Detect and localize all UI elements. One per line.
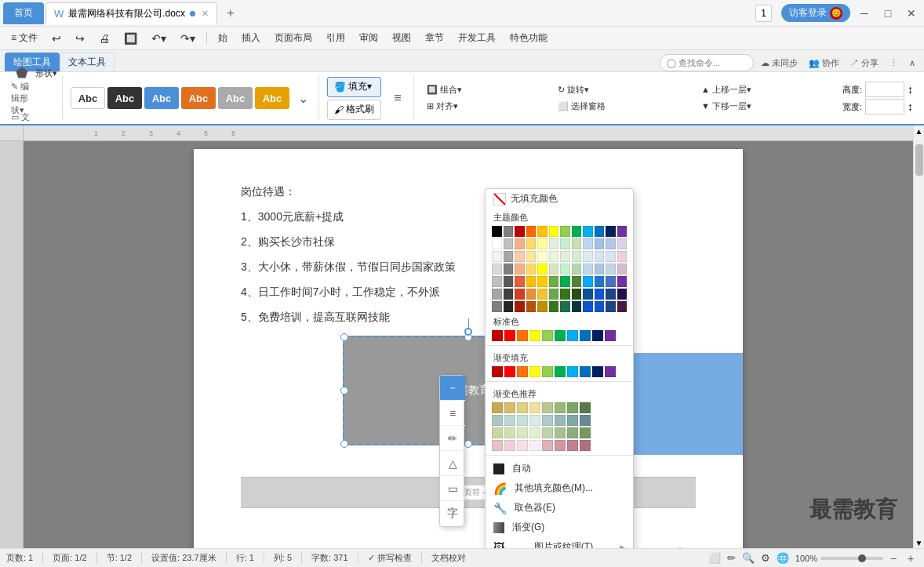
color-cell[interactable] bbox=[583, 238, 593, 249]
color-cell[interactable] bbox=[515, 289, 525, 300]
gradient-recommend-cell[interactable] bbox=[504, 402, 515, 413]
color-cell[interactable] bbox=[572, 238, 582, 249]
color-cell[interactable] bbox=[549, 251, 559, 262]
gradient-recommend-cell[interactable] bbox=[567, 415, 578, 426]
rotate-btn[interactable]: ↻ 旋转▾ bbox=[553, 82, 610, 97]
color-cell[interactable] bbox=[560, 251, 570, 262]
menu-special[interactable]: 特色功能 bbox=[504, 29, 554, 47]
color-cell[interactable] bbox=[606, 276, 616, 287]
gradient-recommend-cell[interactable] bbox=[542, 402, 553, 413]
gradient-recommend-cell[interactable] bbox=[529, 427, 540, 438]
color-cell[interactable] bbox=[537, 238, 547, 249]
more-color-option[interactable]: 🌈 其他填充颜色(M)... bbox=[486, 478, 633, 498]
maximize-btn[interactable]: □ bbox=[879, 4, 897, 23]
color-cell[interactable] bbox=[560, 264, 570, 274]
collab-btn[interactable]: 👥 协作 bbox=[805, 56, 843, 71]
color-cell[interactable] bbox=[549, 289, 559, 300]
gradient-color-cell[interactable] bbox=[605, 366, 616, 377]
color-cell[interactable] bbox=[583, 289, 593, 300]
color-cell[interactable] bbox=[526, 264, 537, 274]
zoom-plus-btn[interactable]: + bbox=[904, 551, 918, 565]
style-btn-3[interactable]: Abc bbox=[181, 87, 216, 109]
color-cell[interactable] bbox=[617, 226, 628, 237]
gradient-recommend-cell[interactable] bbox=[555, 440, 566, 451]
standard-color-cell[interactable] bbox=[542, 330, 553, 341]
color-cell[interactable] bbox=[504, 238, 514, 249]
color-cell[interactable] bbox=[504, 264, 514, 274]
color-cell[interactable] bbox=[606, 251, 616, 262]
color-cell[interactable] bbox=[492, 276, 502, 287]
handle-bm[interactable] bbox=[464, 440, 472, 448]
color-cell[interactable] bbox=[537, 289, 547, 300]
color-cell[interactable] bbox=[606, 264, 616, 274]
select-area-btn[interactable]: ⬜ 选择窗格 bbox=[553, 99, 610, 114]
color-cell[interactable] bbox=[606, 301, 616, 312]
style-btn-5[interactable]: Abc bbox=[255, 87, 289, 109]
collapse-btn[interactable]: ∧ bbox=[905, 56, 919, 70]
menu-page-layout[interactable]: 页面布局 bbox=[268, 29, 318, 47]
color-cell[interactable] bbox=[526, 226, 537, 237]
color-cell[interactable] bbox=[526, 238, 537, 249]
color-cell[interactable] bbox=[504, 226, 514, 237]
gradient-recommend-cell[interactable] bbox=[567, 440, 578, 451]
gradient-recommend-cell[interactable] bbox=[542, 427, 553, 438]
color-cell[interactable] bbox=[549, 276, 559, 287]
edit-shape-btn[interactable]: ✎ 编辑形状▾ bbox=[11, 87, 33, 109]
float-minus-btn[interactable]: － bbox=[440, 376, 465, 401]
visitor-login-btn[interactable]: 访客登录 😊 bbox=[781, 4, 850, 22]
more-btn[interactable]: ⋮ bbox=[886, 56, 902, 70]
color-cell[interactable] bbox=[560, 226, 570, 237]
format-brush-btn[interactable]: 🖌 格式刷 bbox=[327, 100, 381, 120]
list-icon-btn[interactable]: ≡ bbox=[387, 87, 409, 109]
gradient-recommend-cell[interactable] bbox=[542, 415, 553, 426]
gradient-recommend-cell[interactable] bbox=[504, 440, 515, 451]
color-cell[interactable] bbox=[549, 238, 559, 249]
scroll-up-btn[interactable]: ▲ bbox=[914, 125, 925, 136]
color-cell[interactable] bbox=[526, 251, 537, 262]
style-btn-2[interactable]: Abc bbox=[144, 87, 179, 109]
float-shape-btn[interactable]: △ bbox=[440, 451, 465, 476]
gradient-recommend-cell[interactable] bbox=[567, 427, 578, 438]
color-cell[interactable] bbox=[595, 238, 605, 249]
float-box-btn[interactable]: ▭ bbox=[440, 476, 465, 501]
handle-ml[interactable] bbox=[340, 387, 348, 394]
gradient-recommend-cell[interactable] bbox=[517, 427, 528, 438]
gradient-recommend-cell[interactable] bbox=[529, 440, 540, 451]
color-cell[interactable] bbox=[560, 289, 570, 300]
color-cell[interactable] bbox=[537, 264, 547, 274]
menu-review[interactable]: 审阅 bbox=[353, 29, 384, 47]
color-cell[interactable] bbox=[560, 238, 570, 249]
color-cell[interactable] bbox=[595, 251, 605, 262]
standard-color-cell[interactable] bbox=[529, 330, 540, 341]
color-cell[interactable] bbox=[617, 251, 628, 262]
color-cell[interactable] bbox=[560, 301, 570, 312]
color-cell[interactable] bbox=[537, 226, 547, 237]
color-cell[interactable] bbox=[515, 301, 525, 312]
standard-color-cell[interactable] bbox=[605, 330, 616, 341]
menu-section[interactable]: 章节 bbox=[419, 29, 450, 47]
color-cell[interactable] bbox=[515, 238, 525, 249]
status-icon-3[interactable]: 🔍 bbox=[742, 552, 755, 564]
lower-layer-btn[interactable]: ▼ 下移一层▾ bbox=[697, 99, 756, 114]
gradient-recommend-cell[interactable] bbox=[504, 415, 515, 426]
gradient-recommend-cell[interactable] bbox=[529, 402, 540, 413]
color-cell[interactable] bbox=[583, 251, 593, 262]
color-cell[interactable] bbox=[572, 264, 582, 274]
menu-view[interactable]: 视图 bbox=[386, 29, 417, 47]
color-cell[interactable] bbox=[572, 301, 582, 312]
color-cell[interactable] bbox=[617, 264, 628, 274]
menu-file[interactable]: ≡ 文件 bbox=[5, 29, 44, 47]
gradient-recommend-cell[interactable] bbox=[517, 440, 528, 451]
color-cell[interactable] bbox=[617, 289, 628, 300]
color-picker-option[interactable]: 🔧 取色器(E) bbox=[486, 498, 633, 518]
standard-color-cell[interactable] bbox=[580, 330, 591, 341]
color-cell[interactable] bbox=[504, 289, 514, 300]
gradient-color-cell[interactable] bbox=[567, 366, 578, 377]
style-btn-1[interactable]: Abc bbox=[107, 87, 142, 109]
gradient-recommend-cell[interactable] bbox=[555, 427, 566, 438]
color-cell[interactable] bbox=[595, 264, 605, 274]
status-icon-2[interactable]: ✏ bbox=[727, 552, 736, 564]
color-cell[interactable] bbox=[595, 276, 605, 287]
color-cell[interactable] bbox=[492, 226, 502, 237]
menu-print[interactable]: 🖨 bbox=[93, 30, 116, 47]
